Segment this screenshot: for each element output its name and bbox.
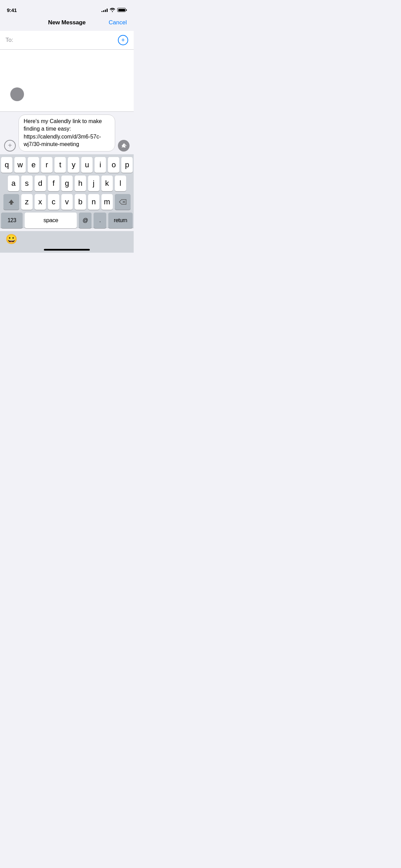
shift-key[interactable]: [3, 194, 19, 210]
delete-key[interactable]: [115, 194, 131, 210]
key-m[interactable]: m: [101, 194, 113, 210]
signal-icon: [101, 8, 108, 12]
svg-marker-1: [9, 200, 14, 205]
key-a[interactable]: a: [8, 176, 19, 191]
space-key[interactable]: space: [25, 213, 77, 228]
key-h[interactable]: h: [75, 176, 86, 191]
send-icon: [121, 143, 126, 148]
bottom-bar: 😀: [0, 231, 134, 247]
cancel-button[interactable]: Cancel: [109, 19, 127, 26]
compose-title: New Message: [48, 19, 85, 26]
key-b[interactable]: b: [75, 194, 86, 210]
key-j[interactable]: j: [88, 176, 99, 191]
attach-button[interactable]: +: [4, 140, 16, 152]
compose-area: To: +: [0, 31, 134, 111]
status-icons: [101, 8, 127, 12]
emoji-button[interactable]: 😀: [5, 234, 17, 244]
key-r[interactable]: r: [41, 157, 52, 173]
key-e[interactable]: e: [28, 157, 39, 173]
return-key[interactable]: return: [108, 213, 133, 228]
keyboard-row-3: z x c v b n m: [1, 194, 133, 210]
key-i[interactable]: i: [95, 157, 106, 173]
message-input[interactable]: Here's my Calendly link to make finding …: [19, 114, 115, 152]
compose-header: New Message Cancel: [0, 15, 134, 31]
to-label: To:: [5, 37, 13, 44]
add-contact-button[interactable]: +: [118, 35, 128, 45]
key-u[interactable]: u: [81, 157, 93, 173]
delete-icon: [119, 199, 126, 205]
key-k[interactable]: k: [101, 176, 113, 191]
message-input-row: + Here's my Calendly link to make findin…: [0, 111, 134, 154]
key-f[interactable]: f: [48, 176, 59, 191]
key-o[interactable]: o: [108, 157, 119, 173]
home-indicator: [44, 249, 90, 251]
keyboard: q w e r t y u i o p a s d f g h j k l z …: [0, 154, 134, 228]
to-input[interactable]: [16, 37, 118, 44]
key-t[interactable]: t: [54, 157, 66, 173]
audio-indicator: [10, 87, 24, 101]
at-key[interactable]: @: [79, 213, 92, 228]
keyboard-row-4: 123 space @ . return: [1, 213, 133, 228]
key-c[interactable]: c: [48, 194, 59, 210]
plus-icon: +: [8, 142, 12, 149]
keyboard-row-2: a s d f g h j k l: [1, 176, 133, 191]
key-d[interactable]: d: [35, 176, 46, 191]
key-y[interactable]: y: [68, 157, 79, 173]
status-bar: 9:41: [0, 0, 134, 15]
battery-icon: [117, 8, 127, 12]
home-indicator-area: [0, 247, 134, 253]
key-w[interactable]: w: [14, 157, 26, 173]
key-q[interactable]: q: [1, 157, 12, 173]
status-time: 9:41: [7, 7, 17, 13]
plus-icon: +: [121, 37, 125, 43]
numbers-key[interactable]: 123: [1, 213, 23, 228]
key-p[interactable]: p: [121, 157, 133, 173]
wifi-icon: [110, 8, 115, 12]
period-key[interactable]: .: [94, 213, 106, 228]
shift-icon: [8, 198, 15, 205]
message-body: [0, 50, 134, 111]
to-field-row: To: +: [0, 31, 134, 50]
key-z[interactable]: z: [21, 194, 33, 210]
key-g[interactable]: g: [61, 176, 73, 191]
keyboard-row-1: q w e r t y u i o p: [1, 157, 133, 173]
send-button[interactable]: [118, 140, 130, 152]
key-s[interactable]: s: [21, 176, 33, 191]
key-l[interactable]: l: [115, 176, 126, 191]
key-n[interactable]: n: [88, 194, 99, 210]
key-v[interactable]: v: [61, 194, 73, 210]
key-x[interactable]: x: [35, 194, 46, 210]
